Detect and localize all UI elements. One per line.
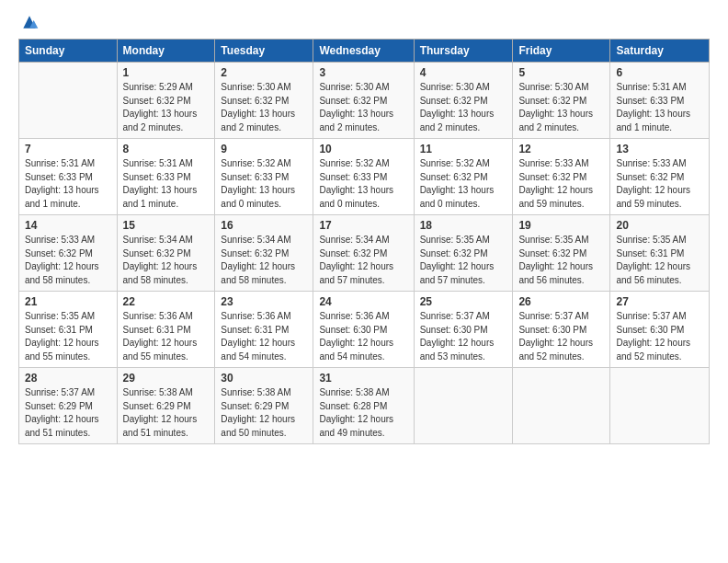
day-number: 16 [221,219,307,232]
day-info: Sunrise: 5:35 AM Sunset: 6:31 PM Dayligh… [616,234,703,287]
day-info: Sunrise: 5:36 AM Sunset: 6:31 PM Dayligh… [123,310,210,363]
day-number: 11 [420,143,507,155]
day-info: Sunrise: 5:32 AM Sunset: 6:33 PM Dayligh… [221,157,307,211]
day-number: 25 [420,295,507,308]
day-number: 29 [123,372,210,385]
day-info: Sunrise: 5:38 AM Sunset: 6:29 PM Dayligh… [221,386,307,440]
day-info: Sunrise: 5:35 AM Sunset: 6:32 PM Dayligh… [518,234,604,287]
day-cell [414,368,513,444]
day-cell: 23Sunrise: 5:36 AM Sunset: 6:31 PM Dayli… [215,292,313,368]
day-info: Sunrise: 5:37 AM Sunset: 6:30 PM Dayligh… [616,310,703,363]
day-info: Sunrise: 5:31 AM Sunset: 6:33 PM Dayligh… [616,81,703,134]
day-number: 19 [518,219,604,232]
page-container: SundayMondayTuesdayWednesdayThursdayFrid… [0,0,728,454]
header-cell-friday: Friday [513,40,610,63]
day-cell: 24Sunrise: 5:36 AM Sunset: 6:30 PM Dayli… [313,292,414,368]
day-cell: 20Sunrise: 5:35 AM Sunset: 6:31 PM Dayli… [610,215,710,292]
day-info: Sunrise: 5:38 AM Sunset: 6:29 PM Dayligh… [123,386,210,440]
day-number: 15 [123,219,210,232]
day-cell: 4Sunrise: 5:30 AM Sunset: 6:32 PM Daylig… [414,63,513,139]
day-number: 28 [25,372,111,385]
day-info: Sunrise: 5:38 AM Sunset: 6:28 PM Dayligh… [319,386,407,440]
day-info: Sunrise: 5:37 AM Sunset: 6:30 PM Dayligh… [420,310,507,363]
day-number: 2 [221,66,307,79]
header-cell-monday: Monday [117,40,215,63]
day-info: Sunrise: 5:32 AM Sunset: 6:32 PM Dayligh… [420,157,507,211]
logo-icon [20,13,39,31]
day-cell: 17Sunrise: 5:34 AM Sunset: 6:32 PM Dayli… [313,215,414,292]
day-number: 23 [221,295,307,308]
day-cell: 15Sunrise: 5:34 AM Sunset: 6:32 PM Dayli… [117,215,215,292]
day-cell: 11Sunrise: 5:32 AM Sunset: 6:32 PM Dayli… [414,139,513,215]
day-cell: 28Sunrise: 5:37 AM Sunset: 6:29 PM Dayli… [19,368,118,444]
day-info: Sunrise: 5:34 AM Sunset: 6:32 PM Dayligh… [221,234,307,287]
day-cell: 22Sunrise: 5:36 AM Sunset: 6:31 PM Dayli… [117,292,215,368]
week-row-5: 28Sunrise: 5:37 AM Sunset: 6:29 PM Dayli… [19,368,710,444]
header-cell-thursday: Thursday [414,40,513,63]
day-info: Sunrise: 5:33 AM Sunset: 6:32 PM Dayligh… [25,234,111,287]
day-info: Sunrise: 5:29 AM Sunset: 6:32 PM Dayligh… [123,81,210,134]
day-number: 4 [420,66,507,79]
week-row-1: 1Sunrise: 5:29 AM Sunset: 6:32 PM Daylig… [19,63,710,139]
day-cell: 16Sunrise: 5:34 AM Sunset: 6:32 PM Dayli… [215,215,313,292]
day-number: 8 [123,143,210,155]
day-number: 5 [518,66,604,79]
day-number: 3 [319,66,407,79]
day-cell: 1Sunrise: 5:29 AM Sunset: 6:32 PM Daylig… [117,63,215,139]
header [18,15,710,31]
day-cell [19,63,118,139]
day-info: Sunrise: 5:37 AM Sunset: 6:30 PM Dayligh… [518,310,604,363]
day-info: Sunrise: 5:31 AM Sunset: 6:33 PM Dayligh… [25,157,111,211]
header-cell-wednesday: Wednesday [313,40,414,63]
day-cell: 25Sunrise: 5:37 AM Sunset: 6:30 PM Dayli… [414,292,513,368]
day-cell: 19Sunrise: 5:35 AM Sunset: 6:32 PM Dayli… [513,215,610,292]
day-cell: 29Sunrise: 5:38 AM Sunset: 6:29 PM Dayli… [117,368,215,444]
calendar-table: SundayMondayTuesdayWednesdayThursdayFrid… [18,39,710,444]
day-info: Sunrise: 5:30 AM Sunset: 6:32 PM Dayligh… [420,81,507,134]
day-cell [610,368,710,444]
day-number: 18 [420,219,507,232]
day-cell: 10Sunrise: 5:32 AM Sunset: 6:33 PM Dayli… [313,139,414,215]
week-row-4: 21Sunrise: 5:35 AM Sunset: 6:31 PM Dayli… [19,292,710,368]
day-cell: 26Sunrise: 5:37 AM Sunset: 6:30 PM Dayli… [513,292,610,368]
day-info: Sunrise: 5:37 AM Sunset: 6:29 PM Dayligh… [25,386,111,440]
day-cell: 2Sunrise: 5:30 AM Sunset: 6:32 PM Daylig… [215,63,313,139]
day-info: Sunrise: 5:32 AM Sunset: 6:33 PM Dayligh… [319,157,407,211]
day-cell: 6Sunrise: 5:31 AM Sunset: 6:33 PM Daylig… [610,63,710,139]
day-number: 12 [518,143,604,155]
day-number: 26 [518,295,604,308]
day-number: 6 [616,66,703,79]
day-cell: 21Sunrise: 5:35 AM Sunset: 6:31 PM Dayli… [19,292,118,368]
day-info: Sunrise: 5:30 AM Sunset: 6:32 PM Dayligh… [221,81,307,134]
day-number: 21 [25,295,111,308]
day-number: 22 [123,295,210,308]
week-row-3: 14Sunrise: 5:33 AM Sunset: 6:32 PM Dayli… [19,215,710,292]
day-cell: 30Sunrise: 5:38 AM Sunset: 6:29 PM Dayli… [215,368,313,444]
day-info: Sunrise: 5:36 AM Sunset: 6:31 PM Dayligh… [221,310,307,363]
day-cell: 13Sunrise: 5:33 AM Sunset: 6:32 PM Dayli… [610,139,710,215]
header-row: SundayMondayTuesdayWednesdayThursdayFrid… [19,40,710,63]
day-cell: 14Sunrise: 5:33 AM Sunset: 6:32 PM Dayli… [19,215,118,292]
header-cell-sunday: Sunday [19,40,118,63]
day-cell: 31Sunrise: 5:38 AM Sunset: 6:28 PM Dayli… [313,368,414,444]
day-number: 9 [221,143,307,155]
day-cell: 9Sunrise: 5:32 AM Sunset: 6:33 PM Daylig… [215,139,313,215]
day-number: 30 [221,372,307,385]
day-cell: 3Sunrise: 5:30 AM Sunset: 6:32 PM Daylig… [313,63,414,139]
day-number: 20 [616,219,703,232]
day-number: 13 [616,143,703,155]
day-info: Sunrise: 5:30 AM Sunset: 6:32 PM Dayligh… [319,81,407,134]
day-number: 27 [616,295,703,308]
day-cell [513,368,610,444]
day-number: 24 [319,295,407,308]
week-row-2: 7Sunrise: 5:31 AM Sunset: 6:33 PM Daylig… [19,139,710,215]
logo [18,15,39,31]
header-cell-saturday: Saturday [610,40,710,63]
header-cell-tuesday: Tuesday [215,40,313,63]
day-info: Sunrise: 5:35 AM Sunset: 6:31 PM Dayligh… [25,310,111,363]
day-info: Sunrise: 5:31 AM Sunset: 6:33 PM Dayligh… [123,157,210,211]
day-info: Sunrise: 5:30 AM Sunset: 6:32 PM Dayligh… [518,81,604,134]
day-info: Sunrise: 5:36 AM Sunset: 6:30 PM Dayligh… [319,310,407,363]
day-cell: 18Sunrise: 5:35 AM Sunset: 6:32 PM Dayli… [414,215,513,292]
day-number: 1 [123,66,210,79]
